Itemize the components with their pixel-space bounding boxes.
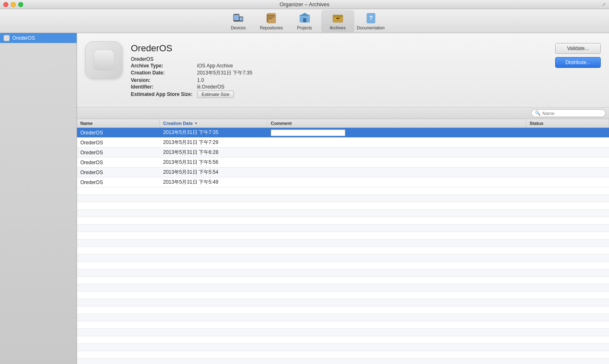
cell-name: OrederOS — [77, 177, 160, 187]
archives-label: Archives — [330, 26, 345, 30]
close-button[interactable] — [3, 2, 8, 7]
resize-button[interactable]: ⤢ — [602, 2, 606, 7]
app-icon — [85, 41, 123, 79]
app-sub-name-row: OrederOS — [131, 56, 547, 62]
table-container: Name Creation Date ▼ Comment Status Ored… — [77, 119, 609, 364]
archive-type-row: Archive Type: iOS App Archive — [131, 63, 547, 69]
table-row[interactable]: OrederOS 2013年5月31日 下午5:56 — [77, 158, 609, 168]
sidebar: OrederOS — [0, 33, 77, 364]
estimated-size-label: Estimated App Store Size: — [131, 91, 197, 97]
window-title: Organizer – Archives — [279, 1, 330, 7]
cell-name: OrederOS — [77, 158, 160, 167]
table-row[interactable]: OrederOS 2013年5月31日 下午5:49 — [77, 177, 609, 187]
creation-date-row: Creation Date: 2013年5月31日 下午7:35 — [131, 69, 547, 77]
empty-row — [77, 344, 609, 351]
cell-status — [526, 177, 609, 187]
svg-rect-6 — [268, 17, 275, 17]
cell-name: OrederOS — [77, 148, 160, 157]
detail-panel: OrederOS OrederOS Archive Type: iOS App … — [77, 33, 609, 108]
traffic-lights — [3, 2, 23, 7]
empty-row — [77, 247, 609, 254]
cell-comment — [267, 168, 526, 177]
repositories-label: Repositories — [260, 26, 283, 30]
creation-date-label: Creation Date: — [131, 70, 197, 76]
archives-icon — [331, 12, 344, 25]
empty-row — [77, 269, 609, 277]
svg-rect-17 — [4, 35, 10, 41]
app-sub-name: OrederOS — [131, 56, 154, 62]
estimate-size-button[interactable]: Estimate Size — [197, 91, 234, 98]
column-header-name[interactable]: Name — [77, 119, 160, 127]
table-row[interactable]: OrederOS 2013年5月31日 下午7:35 — [77, 128, 609, 138]
identifier-value: iii.OrederOS — [197, 84, 224, 90]
empty-row — [77, 299, 609, 307]
column-header-comment[interactable]: Comment — [267, 119, 526, 127]
minimize-button[interactable] — [11, 2, 16, 7]
cell-name: OrederOS — [77, 138, 160, 147]
version-value: 1.0 — [197, 77, 204, 83]
search-input[interactable] — [542, 111, 596, 116]
cell-status — [526, 128, 609, 137]
svg-rect-14 — [336, 18, 339, 19]
app-name: OrederOS — [131, 43, 547, 54]
search-icon: 🔍 — [535, 110, 541, 116]
repositories-icon — [265, 12, 278, 25]
cell-comment — [267, 138, 526, 147]
toolbar-item-documentation[interactable]: ? Documentation — [354, 10, 388, 32]
cell-date: 2013年5月31日 下午6:28 — [160, 148, 267, 157]
empty-row — [77, 314, 609, 321]
empty-row — [77, 217, 609, 225]
toolbar-item-devices[interactable]: Devices — [222, 10, 255, 32]
sidebar-item-icon — [3, 35, 10, 41]
cell-name: OrederOS — [77, 168, 160, 177]
archive-type-value: iOS App Archive — [197, 63, 233, 69]
cell-comment — [267, 148, 526, 157]
toolbar-item-archives[interactable]: Archives — [321, 10, 354, 32]
empty-row — [77, 202, 609, 210]
creation-date-value: 2013年5月31日 下午7:35 — [197, 69, 252, 77]
table-header: Name Creation Date ▼ Comment Status — [77, 119, 609, 128]
sidebar-item-orderos[interactable]: OrederOS — [0, 33, 77, 43]
empty-row — [77, 284, 609, 292]
empty-row — [77, 195, 609, 202]
empty-row — [77, 292, 609, 299]
empty-row — [77, 307, 609, 314]
devices-icon — [232, 12, 245, 25]
documentation-label: Documentation — [357, 26, 385, 30]
svg-rect-13 — [333, 15, 343, 17]
sort-arrow-icon: ▼ — [195, 122, 198, 125]
devices-label: Devices — [231, 26, 246, 30]
content-area: OrederOS OrederOS Archive Type: iOS App … — [77, 33, 609, 364]
cell-date: 2013年5月31日 下午7:29 — [160, 138, 267, 147]
toolbar-item-repositories[interactable]: Repositories — [255, 10, 288, 32]
empty-row — [77, 262, 609, 269]
svg-rect-5 — [268, 15, 275, 16]
distribute-button[interactable]: Distribute... — [555, 57, 601, 68]
table-row[interactable]: OrederOS 2013年5月31日 下午5:54 — [77, 168, 609, 177]
action-buttons: Validate... Distribute... — [555, 41, 601, 68]
cell-date: 2013年5月31日 下午7:35 — [160, 128, 267, 137]
validate-button[interactable]: Validate... — [555, 43, 601, 54]
column-header-status[interactable]: Status — [526, 119, 609, 127]
app-info: OrederOS OrederOS Archive Type: iOS App … — [131, 41, 547, 99]
cell-date: 2013年5月31日 下午5:54 — [160, 168, 267, 177]
projects-label: Projects — [297, 26, 312, 30]
main-container: OrederOS OrederOS — [0, 33, 609, 364]
maximize-button[interactable] — [18, 2, 23, 7]
svg-rect-8 — [267, 14, 268, 22]
column-header-creation-date[interactable]: Creation Date ▼ — [160, 119, 267, 127]
empty-row — [77, 210, 609, 217]
empty-row — [77, 329, 609, 336]
table-row[interactable]: OrederOS 2013年5月31日 下午6:28 — [77, 148, 609, 158]
svg-rect-11 — [303, 18, 306, 22]
version-label: Version: — [131, 77, 197, 83]
titlebar: Organizer – Archives ⤢ — [0, 0, 609, 9]
toolbar-item-projects[interactable]: Projects — [288, 10, 321, 32]
empty-row — [77, 359, 609, 364]
svg-rect-3 — [240, 17, 243, 21]
version-row: Version: 1.0 — [131, 77, 547, 83]
svg-text:?: ? — [369, 14, 373, 21]
table-row[interactable]: OrederOS 2013年5月31日 下午7:29 — [77, 138, 609, 148]
comment-input[interactable] — [271, 129, 345, 136]
empty-row — [77, 225, 609, 232]
